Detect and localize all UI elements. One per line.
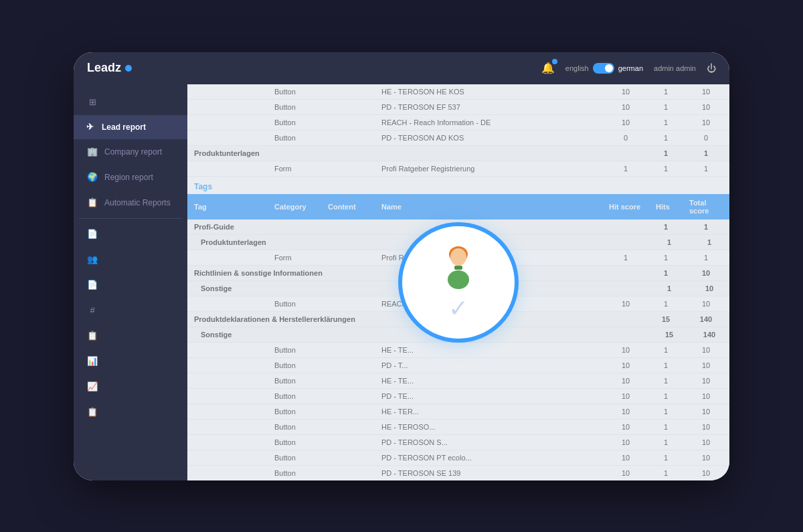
logo: Leadz	[87, 61, 132, 75]
sidebar-item-8[interactable]: 📄	[76, 273, 185, 297]
top-bar: Leadz 🔔 english german admin admin ⏻	[74, 52, 729, 84]
checkmark-icon: ✓	[448, 294, 468, 323]
report-icon: 📋	[87, 407, 98, 418]
sidebar-item-automatic-reports[interactable]: 📋 Automatic Reports	[76, 191, 185, 215]
doc-icon-1: 📄	[87, 229, 98, 240]
line-chart-icon: 📈	[87, 381, 98, 392]
modal-overlay: ✓	[187, 84, 729, 480]
sidebar-item-lead-report[interactable]: ✈ Lead report	[74, 115, 187, 139]
modal-avatar	[438, 242, 478, 297]
lang-english[interactable]: english	[565, 64, 589, 72]
sidebar-label-company-report: Company report	[104, 147, 162, 157]
logo-dot	[125, 65, 132, 72]
sidebar-item-company-report[interactable]: 🏢 Company report	[76, 140, 185, 164]
hash-icon: #	[87, 305, 98, 316]
power-icon[interactable]: ⏻	[707, 63, 716, 74]
bell-icon: 🔔	[541, 62, 555, 74]
sidebar-item-9[interactable]: 📋	[76, 324, 185, 348]
lang-german[interactable]: german	[618, 64, 643, 72]
globe-icon: 🌍	[87, 172, 98, 183]
sidebar-label-region-report: Region report	[104, 173, 153, 182]
sidebar-item-region-report[interactable]: 🌍 Region report	[76, 165, 185, 189]
auto-report-icon: 📋	[87, 197, 98, 208]
logo-text: Leadz	[87, 61, 121, 75]
top-bar-right: 🔔 english german admin admin ⏻	[541, 62, 716, 74]
grid-icon: ⊞	[87, 97, 98, 108]
toggle-switch[interactable]	[593, 63, 614, 74]
language-toggle[interactable]: english german	[565, 63, 643, 74]
svg-point-1	[450, 248, 466, 266]
users-icon: 👥	[87, 254, 98, 265]
sidebar-item-11[interactable]: 📈	[76, 375, 185, 399]
sidebar-item-6[interactable]: 📄	[76, 222, 185, 246]
sidebar-divider-1	[79, 218, 182, 219]
sidebar-label-automatic-reports: Automatic Reports	[104, 198, 171, 207]
notification-badge	[552, 59, 557, 64]
sidebar-label-lead-report: Lead report	[102, 122, 146, 132]
svg-rect-3	[454, 266, 462, 270]
content-area: Button HE - TEROSON HE KOS 10 1 10 Butto…	[187, 84, 729, 480]
paper-plane-icon: ✈	[84, 122, 95, 132]
sidebar-item-12[interactable]: 📋	[76, 400, 185, 424]
main-layout: ⊞ ✈ Lead report 🏢 Company report 🌍 Regio…	[74, 84, 729, 480]
sidebar-item-hash[interactable]: #	[76, 298, 185, 323]
list-icon: 📋	[87, 331, 98, 341]
sidebar-item-grid[interactable]: ⊞	[76, 90, 185, 114]
doc-icon-2: 📄	[87, 280, 98, 290]
admin-label: admin admin	[654, 64, 696, 72]
sidebar-item-7[interactable]: 👥	[76, 248, 185, 272]
modal-circle: ✓	[398, 222, 519, 343]
building-icon: 🏢	[87, 147, 98, 157]
sidebar-item-10[interactable]: 📊	[76, 349, 185, 373]
svg-point-2	[448, 270, 469, 289]
notification-bell[interactable]: 🔔	[541, 62, 555, 74]
sidebar: ⊞ ✈ Lead report 🏢 Company report 🌍 Regio…	[74, 84, 187, 480]
bar-chart-icon: 📊	[87, 356, 98, 367]
